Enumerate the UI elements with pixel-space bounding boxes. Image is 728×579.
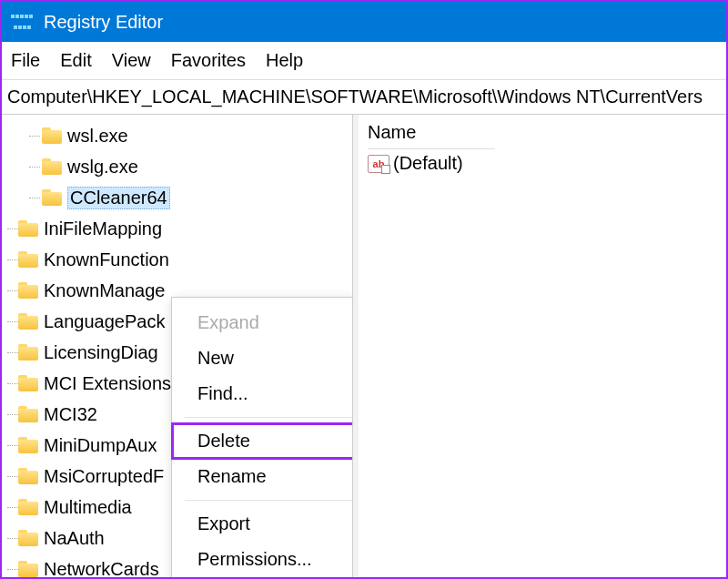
tree-item[interactable]: NetworkCards [2, 554, 171, 577]
folder-icon [18, 468, 38, 484]
titlebar: Registry Editor [2, 2, 726, 42]
folder-icon [18, 406, 38, 422]
menu-separator [185, 500, 353, 501]
menu-favorites[interactable]: Favorites [171, 50, 246, 71]
context-find[interactable]: Find... [172, 376, 353, 411]
folder-icon [18, 344, 38, 361]
folder-icon [18, 375, 38, 391]
tree-item-label: KnownFunction [44, 249, 169, 270]
content-area: wsl.exewslg.exeCCleaner64IniFileMappingK… [2, 115, 726, 577]
context-menu: Expand New ❯ Find... Delete Rename Expor… [171, 297, 353, 577]
tree-item-label: wslg.exe [67, 157, 138, 178]
tree-item[interactable]: LicensingDiag [2, 337, 171, 368]
tree-item-label: IniFileMapping [44, 218, 162, 239]
tree-item-label: NetworkCards [44, 559, 159, 578]
tree-item[interactable]: CCleaner64 [2, 182, 352, 213]
folder-icon [18, 282, 38, 299]
menu-help[interactable]: Help [266, 50, 303, 71]
tree-item[interactable]: KnownFunction [2, 244, 171, 275]
menubar: File Edit View Favorites Help [2, 42, 726, 80]
value-name: (Default) [393, 153, 463, 174]
tree-item-label: LanguagePack [44, 311, 165, 332]
value-row-default[interactable]: ab (Default) [368, 153, 717, 174]
window-title: Registry Editor [44, 12, 163, 33]
folder-icon [18, 251, 38, 268]
folder-icon [18, 313, 38, 330]
tree-item[interactable]: IniFileMapping [2, 213, 171, 244]
folder-icon [18, 437, 38, 453]
folder-icon [18, 499, 38, 515]
tree-pane[interactable]: wsl.exewslg.exeCCleaner64IniFileMappingK… [2, 115, 353, 577]
string-value-icon: ab [368, 155, 389, 173]
tree-item[interactable]: LanguagePack [2, 306, 171, 337]
address-path: Computer\HKEY_LOCAL_MACHINE\SOFTWARE\Mic… [7, 86, 703, 107]
tree-item[interactable]: MCI32 [2, 399, 171, 430]
menu-view[interactable]: View [112, 50, 151, 71]
menu-file[interactable]: File [11, 50, 40, 71]
tree-item-label: KnownManage [44, 280, 165, 301]
tree-item[interactable]: wsl.exe [2, 120, 352, 151]
folder-icon [42, 158, 62, 175]
context-export[interactable]: Export [172, 506, 353, 542]
folder-icon [42, 189, 62, 206]
context-permissions[interactable]: Permissions... [172, 542, 353, 577]
tree-item[interactable]: wslg.exe [2, 151, 352, 182]
folder-icon [42, 127, 62, 144]
address-bar[interactable]: Computer\HKEY_LOCAL_MACHINE\SOFTWARE\Mic… [2, 80, 726, 115]
tree-item-label: CCleaner64 [67, 187, 170, 209]
tree-item[interactable]: MCI Extensions [2, 368, 171, 399]
tree-item[interactable]: MsiCorruptedF [2, 461, 171, 492]
tree-item-label: MCI Extensions [44, 373, 171, 394]
tree-item[interactable]: Multimedia [2, 492, 171, 523]
tree-item-label: MsiCorruptedF [44, 466, 164, 487]
tree-item-label: MiniDumpAux [44, 435, 157, 456]
menu-separator [185, 417, 353, 418]
context-new[interactable]: New ❯ [172, 340, 353, 376]
tree-item-label: wsl.exe [67, 126, 128, 147]
tree-item-label: Multimedia [44, 497, 132, 518]
context-rename[interactable]: Rename [172, 459, 353, 494]
tree-item-label: MCI32 [44, 404, 97, 425]
values-pane[interactable]: Name ab (Default) [353, 115, 726, 577]
tree-item[interactable]: NaAuth [2, 523, 171, 554]
column-header-name[interactable]: Name [368, 120, 495, 149]
context-delete[interactable]: Delete [172, 423, 353, 459]
regedit-icon [11, 11, 33, 33]
menu-edit[interactable]: Edit [60, 50, 91, 71]
context-expand: Expand [172, 305, 353, 340]
tree-item-label: NaAuth [44, 528, 105, 549]
folder-icon [18, 220, 38, 237]
tree-item-label: LicensingDiag [44, 342, 158, 363]
tree-item[interactable]: KnownManage [2, 275, 171, 306]
folder-icon [18, 561, 38, 577]
tree-item[interactable]: MiniDumpAux [2, 430, 171, 461]
folder-icon [18, 530, 38, 546]
